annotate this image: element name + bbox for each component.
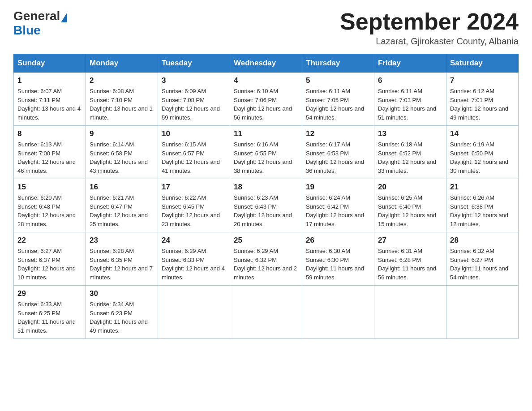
calendar-day-cell: 19Sunrise: 6:24 AMSunset: 6:42 PMDayligh… bbox=[302, 179, 374, 232]
day-info: Sunrise: 6:11 AMSunset: 7:03 PMDaylight:… bbox=[378, 87, 442, 122]
calendar-day-cell: 25Sunrise: 6:29 AMSunset: 6:32 PMDayligh… bbox=[230, 232, 302, 286]
day-number: 11 bbox=[234, 129, 298, 138]
calendar-day-cell: 22Sunrise: 6:27 AMSunset: 6:37 PMDayligh… bbox=[14, 232, 86, 286]
calendar-table: SundayMondayTuesdayWednesdayThursdayFrid… bbox=[13, 54, 519, 339]
day-info: Sunrise: 6:30 AMSunset: 6:30 PMDaylight:… bbox=[306, 247, 370, 282]
calendar-day-cell bbox=[374, 286, 446, 339]
calendar-day-header: Thursday bbox=[302, 54, 374, 73]
day-number: 6 bbox=[378, 76, 442, 85]
day-info: Sunrise: 6:21 AMSunset: 6:47 PMDaylight:… bbox=[90, 193, 154, 228]
calendar-day-header: Monday bbox=[86, 54, 158, 73]
logo-triangle-icon bbox=[61, 13, 67, 22]
day-info: Sunrise: 6:23 AMSunset: 6:43 PMDaylight:… bbox=[234, 193, 298, 228]
day-info: Sunrise: 6:22 AMSunset: 6:45 PMDaylight:… bbox=[162, 193, 226, 228]
calendar-week-row: 1Sunrise: 6:07 AMSunset: 7:11 PMDaylight… bbox=[14, 73, 519, 126]
day-number: 20 bbox=[378, 183, 442, 192]
calendar-day-cell: 7Sunrise: 6:12 AMSunset: 7:01 PMDaylight… bbox=[446, 73, 519, 126]
day-number: 14 bbox=[450, 129, 515, 138]
calendar-day-cell: 6Sunrise: 6:11 AMSunset: 7:03 PMDaylight… bbox=[374, 73, 446, 126]
calendar-day-cell: 24Sunrise: 6:29 AMSunset: 6:33 PMDayligh… bbox=[158, 232, 230, 286]
day-number: 5 bbox=[306, 76, 370, 85]
day-info: Sunrise: 6:25 AMSunset: 6:40 PMDaylight:… bbox=[378, 193, 442, 228]
calendar-day-cell: 4Sunrise: 6:10 AMSunset: 7:06 PMDaylight… bbox=[230, 73, 302, 126]
day-info: Sunrise: 6:29 AMSunset: 6:32 PMDaylight:… bbox=[234, 247, 298, 282]
calendar-day-cell bbox=[446, 286, 519, 339]
calendar-header-row: SundayMondayTuesdayWednesdayThursdayFrid… bbox=[14, 54, 519, 73]
calendar-day-cell: 29Sunrise: 6:33 AMSunset: 6:25 PMDayligh… bbox=[14, 286, 86, 339]
day-info: Sunrise: 6:29 AMSunset: 6:33 PMDaylight:… bbox=[162, 247, 226, 282]
day-info: Sunrise: 6:34 AMSunset: 6:23 PMDaylight:… bbox=[90, 300, 154, 335]
day-number: 9 bbox=[90, 129, 154, 138]
day-info: Sunrise: 6:17 AMSunset: 6:53 PMDaylight:… bbox=[306, 140, 370, 175]
day-number: 30 bbox=[90, 289, 154, 298]
day-number: 10 bbox=[162, 129, 226, 138]
month-title: September 2024 bbox=[340, 9, 519, 34]
calendar-day-cell: 18Sunrise: 6:23 AMSunset: 6:43 PMDayligh… bbox=[230, 179, 302, 232]
day-number: 21 bbox=[450, 183, 515, 192]
calendar-day-cell bbox=[302, 286, 374, 339]
location-text: Lazarat, Gjirokaster County, Albania bbox=[340, 36, 519, 47]
calendar-day-cell bbox=[230, 286, 302, 339]
calendar-day-cell: 1Sunrise: 6:07 AMSunset: 7:11 PMDaylight… bbox=[14, 73, 86, 126]
calendar-day-cell: 26Sunrise: 6:30 AMSunset: 6:30 PMDayligh… bbox=[302, 232, 374, 286]
calendar-day-cell: 14Sunrise: 6:19 AMSunset: 6:50 PMDayligh… bbox=[446, 126, 519, 179]
day-info: Sunrise: 6:27 AMSunset: 6:37 PMDaylight:… bbox=[17, 247, 82, 282]
day-number: 12 bbox=[306, 129, 370, 138]
day-number: 18 bbox=[234, 183, 298, 192]
day-number: 26 bbox=[306, 236, 370, 245]
day-info: Sunrise: 6:11 AMSunset: 7:05 PMDaylight:… bbox=[306, 87, 370, 122]
day-info: Sunrise: 6:24 AMSunset: 6:42 PMDaylight:… bbox=[306, 193, 370, 228]
calendar-day-cell: 10Sunrise: 6:15 AMSunset: 6:57 PMDayligh… bbox=[158, 126, 230, 179]
calendar-week-row: 8Sunrise: 6:13 AMSunset: 7:00 PMDaylight… bbox=[14, 126, 519, 179]
day-number: 17 bbox=[162, 183, 226, 192]
calendar-day-cell bbox=[158, 286, 230, 339]
day-info: Sunrise: 6:07 AMSunset: 7:11 PMDaylight:… bbox=[17, 87, 82, 122]
day-number: 27 bbox=[378, 236, 442, 245]
day-info: Sunrise: 6:09 AMSunset: 7:08 PMDaylight:… bbox=[162, 87, 226, 122]
calendar-day-cell: 2Sunrise: 6:08 AMSunset: 7:10 PMDaylight… bbox=[86, 73, 158, 126]
page-header: General Blue September 2024 Lazarat, Gji… bbox=[13, 9, 519, 47]
calendar-day-header: Wednesday bbox=[230, 54, 302, 73]
calendar-day-cell: 9Sunrise: 6:14 AMSunset: 6:58 PMDaylight… bbox=[86, 126, 158, 179]
day-info: Sunrise: 6:26 AMSunset: 6:38 PMDaylight:… bbox=[450, 193, 515, 228]
day-info: Sunrise: 6:31 AMSunset: 6:28 PMDaylight:… bbox=[378, 247, 442, 282]
day-info: Sunrise: 6:18 AMSunset: 6:52 PMDaylight:… bbox=[378, 140, 442, 175]
day-number: 3 bbox=[162, 76, 226, 85]
calendar-day-header: Saturday bbox=[446, 54, 519, 73]
calendar-day-cell: 12Sunrise: 6:17 AMSunset: 6:53 PMDayligh… bbox=[302, 126, 374, 179]
day-info: Sunrise: 6:13 AMSunset: 7:00 PMDaylight:… bbox=[17, 140, 82, 175]
day-info: Sunrise: 6:20 AMSunset: 6:48 PMDaylight:… bbox=[17, 193, 82, 228]
day-number: 28 bbox=[450, 236, 515, 245]
day-number: 29 bbox=[17, 289, 82, 298]
day-number: 23 bbox=[90, 236, 154, 245]
day-info: Sunrise: 6:15 AMSunset: 6:57 PMDaylight:… bbox=[162, 140, 226, 175]
calendar-day-cell: 11Sunrise: 6:16 AMSunset: 6:55 PMDayligh… bbox=[230, 126, 302, 179]
calendar-day-header: Tuesday bbox=[158, 54, 230, 73]
day-info: Sunrise: 6:14 AMSunset: 6:58 PMDaylight:… bbox=[90, 140, 154, 175]
day-number: 15 bbox=[17, 183, 82, 192]
calendar-day-cell: 21Sunrise: 6:26 AMSunset: 6:38 PMDayligh… bbox=[446, 179, 519, 232]
calendar-week-row: 22Sunrise: 6:27 AMSunset: 6:37 PMDayligh… bbox=[14, 232, 519, 286]
day-info: Sunrise: 6:08 AMSunset: 7:10 PMDaylight:… bbox=[90, 87, 154, 122]
calendar-day-cell: 27Sunrise: 6:31 AMSunset: 6:28 PMDayligh… bbox=[374, 232, 446, 286]
day-number: 4 bbox=[234, 76, 298, 85]
calendar-day-cell: 8Sunrise: 6:13 AMSunset: 7:00 PMDaylight… bbox=[14, 126, 86, 179]
day-info: Sunrise: 6:19 AMSunset: 6:50 PMDaylight:… bbox=[450, 140, 515, 175]
day-info: Sunrise: 6:33 AMSunset: 6:25 PMDaylight:… bbox=[17, 300, 82, 335]
day-number: 2 bbox=[90, 76, 154, 85]
day-number: 7 bbox=[450, 76, 515, 85]
day-info: Sunrise: 6:28 AMSunset: 6:35 PMDaylight:… bbox=[90, 247, 154, 282]
day-info: Sunrise: 6:16 AMSunset: 6:55 PMDaylight:… bbox=[234, 140, 298, 175]
day-info: Sunrise: 6:10 AMSunset: 7:06 PMDaylight:… bbox=[234, 87, 298, 122]
calendar-day-cell: 3Sunrise: 6:09 AMSunset: 7:08 PMDaylight… bbox=[158, 73, 230, 126]
day-number: 8 bbox=[17, 129, 82, 138]
logo-blue-text: Blue bbox=[13, 23, 67, 38]
day-number: 22 bbox=[17, 236, 82, 245]
calendar-day-cell: 15Sunrise: 6:20 AMSunset: 6:48 PMDayligh… bbox=[14, 179, 86, 232]
calendar-day-cell: 20Sunrise: 6:25 AMSunset: 6:40 PMDayligh… bbox=[374, 179, 446, 232]
logo-general-text: General bbox=[13, 9, 60, 23]
calendar-day-cell: 28Sunrise: 6:32 AMSunset: 6:27 PMDayligh… bbox=[446, 232, 519, 286]
calendar-day-header: Friday bbox=[374, 54, 446, 73]
calendar-day-cell: 5Sunrise: 6:11 AMSunset: 7:05 PMDaylight… bbox=[302, 73, 374, 126]
calendar-day-header: Sunday bbox=[14, 54, 86, 73]
